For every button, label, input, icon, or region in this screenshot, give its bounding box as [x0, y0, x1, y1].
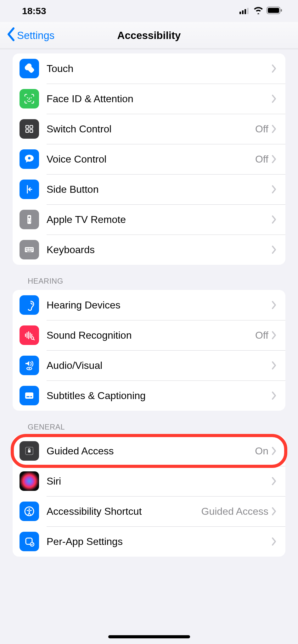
section-header-general: GENERAL: [0, 411, 298, 436]
row-label: Voice Control: [47, 153, 255, 165]
row-touch[interactable]: Touch: [13, 53, 285, 84]
voice-control-icon: [20, 149, 39, 169]
svg-point-19: [30, 221, 31, 222]
chevron-right-icon: [272, 125, 277, 133]
row-hearing-devices[interactable]: Hearing Devices: [13, 290, 285, 320]
row-sound-recognition[interactable]: Sound Recognition Off: [13, 320, 285, 350]
svg-point-47: [29, 508, 30, 510]
row-label: Touch: [47, 63, 268, 75]
svg-rect-2: [245, 9, 246, 14]
svg-rect-28: [29, 250, 30, 251]
chevron-right-icon: [272, 185, 277, 194]
svg-rect-29: [31, 250, 31, 251]
cellular-icon: [239, 6, 250, 16]
back-button[interactable]: Settings: [0, 27, 54, 44]
svg-rect-27: [27, 250, 28, 251]
row-label: Audio/Visual: [47, 360, 268, 371]
row-label: Accessibility Shortcut: [47, 506, 201, 517]
row-audio-visual[interactable]: Audio/Visual: [13, 350, 285, 380]
chevron-right-icon: [272, 537, 277, 546]
chevron-right-icon: [272, 391, 277, 400]
row-label: Sound Recognition: [47, 330, 255, 341]
svg-point-40: [29, 368, 30, 369]
chevron-right-icon: [272, 215, 277, 224]
chevron-right-icon: [272, 245, 277, 254]
row-label: Siri: [47, 475, 268, 487]
chevron-right-icon: [272, 331, 277, 340]
svg-rect-31: [27, 251, 31, 252]
row-subtitles-captioning[interactable]: Subtitles & Captioning: [13, 380, 285, 411]
status-time: 18:53: [22, 6, 46, 16]
side-button-icon: [20, 180, 39, 199]
battery-icon: [267, 6, 282, 16]
row-keyboards[interactable]: Keyboards: [13, 235, 285, 265]
subtitles-icon: [20, 386, 39, 405]
row-voice-control[interactable]: Voice Control Off: [13, 144, 285, 174]
svg-line-38: [33, 339, 34, 340]
home-indicator: [108, 635, 190, 638]
row-switch-control[interactable]: Switch Control Off: [13, 114, 285, 144]
svg-rect-41: [25, 392, 33, 399]
svg-point-8: [31, 97, 32, 98]
row-label: Hearing Devices: [47, 299, 268, 311]
siri-icon: [20, 471, 39, 491]
section-header-hearing: HEARING: [0, 265, 298, 290]
group-physical-motor: Touch Face ID & Attention Switch Control…: [13, 53, 285, 265]
row-value: Off: [255, 153, 268, 165]
row-side-button[interactable]: Side Button: [13, 174, 285, 204]
status-bar: 18:53: [0, 0, 298, 22]
svg-rect-23: [29, 248, 30, 249]
row-label: Side Button: [47, 184, 268, 195]
row-accessibility-shortcut[interactable]: Accessibility Shortcut Guided Access: [13, 496, 285, 526]
row-apple-tv-remote[interactable]: Apple TV Remote: [13, 204, 285, 235]
chevron-right-icon: [272, 301, 277, 309]
row-value: Off: [255, 330, 268, 341]
row-value: On: [255, 445, 268, 457]
svg-rect-25: [32, 248, 33, 249]
chevron-left-icon: [6, 27, 16, 44]
faceid-icon: [20, 89, 39, 108]
status-indicators: [239, 6, 282, 16]
svg-rect-6: [281, 9, 282, 12]
row-siri[interactable]: Siri: [13, 466, 285, 496]
row-label: Face ID & Attention: [47, 93, 268, 105]
chevron-right-icon: [272, 507, 277, 516]
svg-rect-24: [31, 248, 31, 249]
row-value: Guided Access: [201, 506, 268, 517]
svg-rect-5: [268, 8, 279, 13]
row-guided-access[interactable]: Guided Access On: [13, 436, 285, 466]
row-label: Guided Access: [47, 445, 255, 457]
row-per-app-settings[interactable]: Per-App Settings: [13, 526, 285, 557]
svg-rect-12: [30, 130, 33, 132]
chevron-right-icon: [272, 155, 277, 164]
group-general: Guided Access On Siri Accessibility Shor…: [13, 436, 285, 557]
svg-rect-22: [27, 248, 28, 249]
row-label: Subtitles & Captioning: [47, 390, 268, 402]
wifi-icon: [253, 6, 263, 16]
ear-icon: [20, 295, 39, 315]
svg-point-15: [28, 216, 30, 218]
svg-point-13: [28, 157, 31, 159]
svg-point-16: [28, 220, 29, 221]
svg-rect-0: [239, 12, 241, 14]
sound-recognition-icon: [20, 325, 39, 345]
svg-rect-9: [26, 125, 29, 128]
svg-rect-1: [242, 10, 244, 14]
svg-rect-3: [247, 8, 249, 14]
svg-rect-43: [30, 396, 32, 397]
svg-rect-11: [26, 130, 29, 132]
group-hearing: Hearing Devices Sound Recognition Off Au…: [13, 290, 285, 411]
keyboards-icon: [20, 240, 39, 259]
touch-icon: [20, 59, 39, 78]
svg-rect-10: [30, 125, 33, 128]
back-label: Settings: [17, 30, 54, 42]
page-title: Accessibility: [117, 30, 181, 42]
chevron-right-icon: [272, 447, 277, 455]
row-label: Apple TV Remote: [47, 214, 268, 225]
chevron-right-icon: [272, 361, 277, 370]
guided-access-icon: [20, 441, 39, 461]
content: Touch Face ID & Attention Switch Control…: [0, 53, 298, 557]
row-faceid[interactable]: Face ID & Attention: [13, 84, 285, 114]
tv-remote-icon: [20, 210, 39, 229]
svg-rect-42: [26, 396, 30, 397]
